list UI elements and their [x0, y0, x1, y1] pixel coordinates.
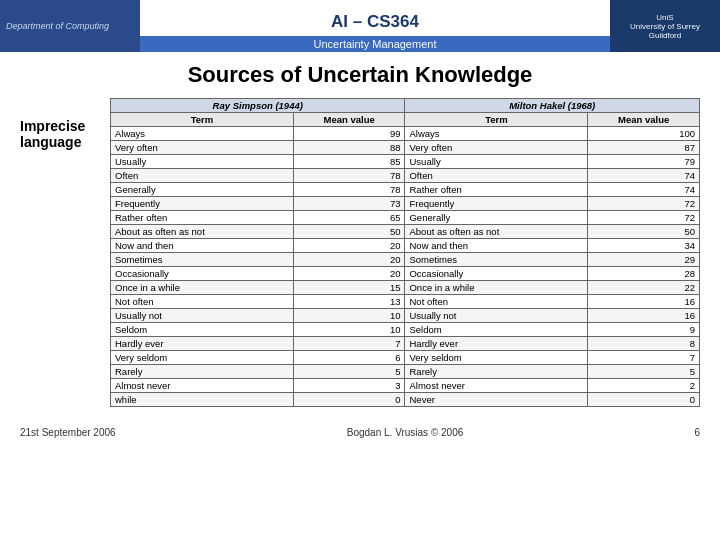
footer-author: Bogdan L. Vrusias © 2006 — [347, 427, 464, 438]
table-row: Sometimes 20 Sometimes 29 — [111, 253, 700, 267]
val1-cell: 88 — [293, 141, 405, 155]
val1-cell: 99 — [293, 127, 405, 141]
term1-cell: Hardly ever — [111, 337, 294, 351]
term2-cell: Always — [405, 127, 588, 141]
val2-cell: 9 — [588, 323, 700, 337]
table-row: Rarely 5 Rarely 5 — [111, 365, 700, 379]
val2-cell: 100 — [588, 127, 700, 141]
term2-cell: Not often — [405, 295, 588, 309]
table-row: Seldom 10 Seldom 9 — [111, 323, 700, 337]
val1-cell: 73 — [293, 197, 405, 211]
table-row: Always 99 Always 100 — [111, 127, 700, 141]
col-term2: Term — [405, 113, 588, 127]
term2-cell: Rather often — [405, 183, 588, 197]
term1-cell: Occasionally — [111, 267, 294, 281]
footer-date: 21st September 2006 — [20, 427, 116, 438]
term1-cell: Very seldom — [111, 351, 294, 365]
val1-cell: 78 — [293, 183, 405, 197]
term2-cell: Generally — [405, 211, 588, 225]
val2-cell: 0 — [588, 393, 700, 407]
page-title: Sources of Uncertain Knowledge — [20, 62, 700, 88]
term1-cell: Almost never — [111, 379, 294, 393]
table-row: Once in a while 15 Once in a while 22 — [111, 281, 700, 295]
table-row: Usually not 10 Usually not 16 — [111, 309, 700, 323]
val2-cell: 50 — [588, 225, 700, 239]
table-row: Not often 13 Not often 16 — [111, 295, 700, 309]
val1-cell: 85 — [293, 155, 405, 169]
term2-cell: Very seldom — [405, 351, 588, 365]
val1-cell: 78 — [293, 169, 405, 183]
term1-cell: while — [111, 393, 294, 407]
val2-cell: 7 — [588, 351, 700, 365]
table-row: Rather often 65 Generally 72 — [111, 211, 700, 225]
dept-logo-area: Department of Computing — [0, 0, 140, 52]
term2-cell: Once in a while — [405, 281, 588, 295]
table-row: Generally 78 Rather often 74 — [111, 183, 700, 197]
val2-cell: 29 — [588, 253, 700, 267]
term1-cell: Seldom — [111, 323, 294, 337]
table-row: Very often 88 Very often 87 — [111, 141, 700, 155]
main-content: Sources of Uncertain Knowledge Imprecise… — [0, 52, 720, 417]
col-term1: Term — [111, 113, 294, 127]
val1-cell: 20 — [293, 253, 405, 267]
col-mean2: Mean value — [588, 113, 700, 127]
term2-cell: Never — [405, 393, 588, 407]
header-banner: Department of Computing AI – CS364 Uncer… — [0, 0, 720, 52]
val2-cell: 87 — [588, 141, 700, 155]
val1-cell: 10 — [293, 323, 405, 337]
val1-cell: 0 — [293, 393, 405, 407]
val2-cell: 74 — [588, 183, 700, 197]
term2-cell: Very often — [405, 141, 588, 155]
term1-cell: Now and then — [111, 239, 294, 253]
table-row: Very seldom 6 Very seldom 7 — [111, 351, 700, 365]
term1-cell: Always — [111, 127, 294, 141]
footer: 21st September 2006 Bogdan L. Vrusias © … — [0, 423, 720, 442]
table-row: while 0 Never 0 — [111, 393, 700, 407]
course-title: AI – CS364 — [331, 6, 419, 32]
val1-cell: 15 — [293, 281, 405, 295]
uni-logo-area: UniSUniversity of SurreyGuildford — [610, 0, 720, 52]
val1-cell: 7 — [293, 337, 405, 351]
term1-cell: Sometimes — [111, 253, 294, 267]
table-row: Almost never 3 Almost never 2 — [111, 379, 700, 393]
val2-cell: 8 — [588, 337, 700, 351]
term1-cell: Frequently — [111, 197, 294, 211]
term2-cell: Occasionally — [405, 267, 588, 281]
val1-cell: 5 — [293, 365, 405, 379]
term2-cell: Hardly ever — [405, 337, 588, 351]
side-label: Imprecise language — [20, 98, 100, 407]
term2-cell: Usually — [405, 155, 588, 169]
table-row: Hardly ever 7 Hardly ever 8 — [111, 337, 700, 351]
val2-cell: 28 — [588, 267, 700, 281]
term2-cell: Usually not — [405, 309, 588, 323]
term1-cell: Usually not — [111, 309, 294, 323]
val2-cell: 16 — [588, 295, 700, 309]
term1-cell: Rather often — [111, 211, 294, 225]
val1-cell: 65 — [293, 211, 405, 225]
term1-cell: Often — [111, 169, 294, 183]
uni-label: UniSUniversity of SurreyGuildford — [630, 13, 700, 40]
table-row: Often 78 Often 74 — [111, 169, 700, 183]
term1-cell: About as often as not — [111, 225, 294, 239]
val2-cell: 74 — [588, 169, 700, 183]
table-row: Now and then 20 Now and then 34 — [111, 239, 700, 253]
table-row: Frequently 73 Frequently 72 — [111, 197, 700, 211]
table-row: About as often as not 50 About as often … — [111, 225, 700, 239]
term1-cell: Not often — [111, 295, 294, 309]
source2-header: Milton Hakel (1968) — [405, 99, 700, 113]
term1-cell: Generally — [111, 183, 294, 197]
term2-cell: Frequently — [405, 197, 588, 211]
term2-cell: Now and then — [405, 239, 588, 253]
source1-header: Ray Simpson (1944) — [111, 99, 405, 113]
val2-cell: 22 — [588, 281, 700, 295]
term2-cell: Rarely — [405, 365, 588, 379]
term2-cell: About as often as not — [405, 225, 588, 239]
term1-cell: Very often — [111, 141, 294, 155]
content-area: Imprecise language Ray Simpson (1944) Mi… — [20, 98, 700, 407]
col-mean1: Mean value — [293, 113, 405, 127]
val2-cell: 5 — [588, 365, 700, 379]
val2-cell: 72 — [588, 211, 700, 225]
val1-cell: 3 — [293, 379, 405, 393]
val2-cell: 2 — [588, 379, 700, 393]
term1-cell: Once in a while — [111, 281, 294, 295]
